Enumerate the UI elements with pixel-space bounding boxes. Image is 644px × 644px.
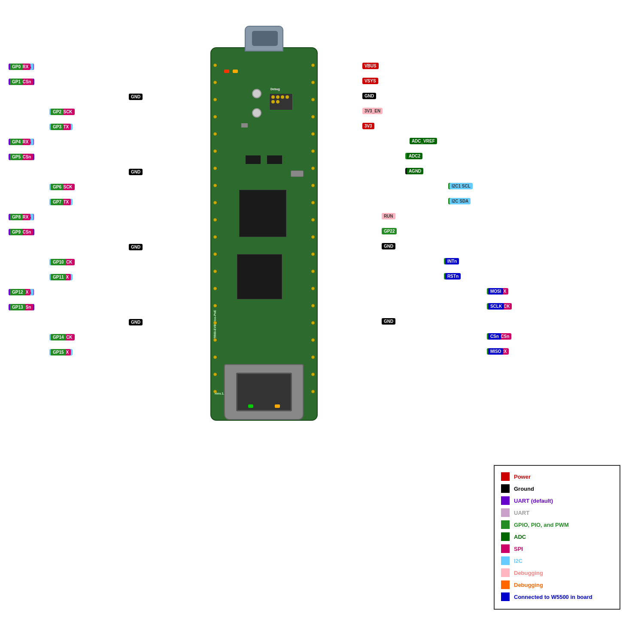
board-body: Debug W5500-EVB-Pico-PoE Rev.1.1 Made by… xyxy=(210,47,318,421)
legend-label-ground: Ground xyxy=(514,486,534,492)
pin25-w5500: MOSI xyxy=(488,288,504,295)
legend-label-adc: ADC xyxy=(514,534,526,540)
pin23-gnd: GND xyxy=(382,318,395,325)
legend-spi: SPI xyxy=(501,544,613,553)
legend-w5500: Connected to W5500 in board xyxy=(501,592,613,601)
pin20-gpio: GP15 xyxy=(51,349,66,355)
pin30-sysctrl: RUN xyxy=(382,213,395,219)
pin15-gpio: GP11 xyxy=(51,274,66,280)
pin6-gpio: GP4 xyxy=(10,139,23,145)
legend-label-w5500: Connected to W5500 in board xyxy=(514,594,592,600)
legend-ground: Ground xyxy=(501,484,613,493)
pin9-gpio: GP6 xyxy=(51,184,64,190)
pin29-gpio: GP22 xyxy=(382,228,397,234)
pin34-row: 34 GP28 ADC2 xyxy=(405,154,412,158)
pin29-row: 29 GP22 xyxy=(382,229,389,234)
pin38-row: 38 GND xyxy=(362,94,369,98)
legend-label-power: Power xyxy=(514,474,531,480)
pin32-i2c: I2C1 SCL xyxy=(450,183,473,189)
legend-label-uart: UART xyxy=(514,510,529,516)
legend-uart-default: UART (default) xyxy=(501,496,613,505)
pin23-row: 23 GND xyxy=(382,319,389,324)
legend-label-debug: Debugging xyxy=(514,582,543,588)
pin39-row: 39 VSYS xyxy=(362,79,369,83)
pin4-row: I2C1 SDA SPI0 SCK GP2 4 xyxy=(49,109,54,114)
pin30-row: 30 RUN xyxy=(382,214,389,219)
pin22-row: 22 GP17 SPI0 CSn CSn xyxy=(487,334,494,339)
pin19-gpio: GP14 xyxy=(51,334,66,340)
pin10-row: I2C1 SCL SPI0 TX GP7 10 xyxy=(49,199,56,204)
pin24-w5500: SCLK xyxy=(488,303,504,310)
pin12-gpio: GP9 xyxy=(10,229,23,235)
legend-color-w5500 xyxy=(501,592,510,601)
legend-label-uart-default: UART (default) xyxy=(514,498,553,504)
pin25-row: 25 GP19 SPI0 TX MOSI xyxy=(487,289,494,294)
pin16-row: UART0 TX I2C0 SDA SPI1 RX GP12 16 xyxy=(9,289,15,294)
pin6-row: UART1 TX I2C0 SDA SPI0 RX GP4 6 xyxy=(9,139,13,144)
pin40-row: 40 VBUS xyxy=(362,64,369,68)
pin13-row: GND 13 xyxy=(129,244,136,249)
pin21-w5500: MISO xyxy=(488,348,504,355)
pin20-row: I2C1 SCL SPI1 TX GP15 20 xyxy=(49,349,56,354)
pin33-agnd: AGND xyxy=(407,168,423,174)
legend-gpio: GPIO, PIO, and PWM xyxy=(501,520,613,529)
pin19-row: I2C1 SDA SPI1 SCK GP14 19 xyxy=(49,334,56,339)
pin18-row: GND 18 xyxy=(129,319,136,324)
pin-diagram: Debug W5500-EVB-Pico-PoE Rev.1.1 Made by… xyxy=(0,0,644,644)
legend-color-debug xyxy=(501,580,510,589)
legend-color-uart-default xyxy=(501,496,510,505)
pin8-gnd: GND xyxy=(129,169,143,175)
pin5-row: I2C1 SCL SPI0 TX GP3 5 xyxy=(49,124,54,129)
legend-box: Power Ground UART (default) UART GPIO, P… xyxy=(494,465,620,610)
pin27-w5500: INTn xyxy=(445,258,459,264)
pin9-row: I2C1 SDA SPI0 SCK GP6 9 xyxy=(49,184,54,189)
legend-i2c: I2C xyxy=(501,556,613,565)
pin2-row: UART0 RX I2C0 SCL SPI0 CSn GP1 2 xyxy=(9,79,13,84)
pin37-sysctrl: 3V3_EN xyxy=(362,108,383,114)
legend-color-uart xyxy=(501,508,510,517)
pin37-row: 37 3V3_EN xyxy=(362,109,369,113)
legend-label-gpio: GPIO, PIO, and PWM xyxy=(514,522,569,528)
pin31-i2c: I2C SDA xyxy=(450,198,471,204)
pin14-gpio: GP10 xyxy=(51,259,66,265)
legend-color-i2c xyxy=(501,556,510,565)
legend-adc: ADC xyxy=(501,532,613,541)
pin33-row: 33 GND AGND xyxy=(405,169,412,173)
pin7-gpio: GP5 xyxy=(10,154,23,160)
pin16-gpio: GP12 xyxy=(10,289,25,295)
pin27-row: 27 GP21 INTn xyxy=(444,259,451,264)
pin8-row: GND 8 xyxy=(129,169,134,174)
legend-color-power xyxy=(501,472,510,481)
pin10-gpio: GP7 xyxy=(51,199,64,205)
pin31-row: 31 GP26 ADC0 I2C SDA xyxy=(448,199,455,204)
pin1-gpio: GP0 xyxy=(10,64,23,70)
pin38-gnd: GND xyxy=(362,93,376,99)
pin11-gpio: GP8 xyxy=(10,214,23,220)
legend-color-adc xyxy=(501,532,510,541)
pin39-power: VSYS xyxy=(362,78,378,84)
pin14-row: I2C1 SDA SPI1 SCK GP10 14 xyxy=(49,259,56,264)
pin7-row: UART1 RX I2C0 SCL SPI0 CSn GP5 7 xyxy=(9,154,13,159)
pin40-power: VBUS xyxy=(362,63,379,69)
legend-color-sysctrl xyxy=(501,568,510,577)
pin24-row: 24 GP18 SPI0 SCK SCLK xyxy=(487,304,494,309)
pin13-gnd: GND xyxy=(129,244,143,250)
pin11-row: UART1 TX I2C0 SDA SPI1 RX GP8 11 xyxy=(9,214,15,219)
pin17-row: UART0 RX I2C0 SCL SPI1 CSn GP13 17 xyxy=(9,304,15,309)
pin3-gnd: GND xyxy=(129,94,143,100)
pin26-w5500: RSTn xyxy=(445,273,461,279)
pin2-gpio: GP1 xyxy=(10,79,23,85)
legend-color-gpio xyxy=(501,520,510,529)
legend-color-spi xyxy=(501,544,510,553)
pin21-row: 21 GP16 SPI0 RX MISO xyxy=(487,349,494,354)
pin35-row: 35 ADC_VREF xyxy=(410,139,416,143)
legend-label-sysctrl: Debugging xyxy=(514,570,543,576)
pin18-gnd: GND xyxy=(129,319,143,325)
pin28-row: 28 GND xyxy=(382,244,389,249)
legend-label-spi: SPI xyxy=(514,546,523,552)
pin12-row: UART1 RX I2C0 SCL SPI1 CSn GP9 12 xyxy=(9,229,15,234)
pin32-row: 32 GP27 ADC1 I2C1 SCL xyxy=(448,184,455,188)
legend-label-i2c: I2C xyxy=(514,558,522,564)
pin3-row: GND 3 xyxy=(129,94,134,99)
pin22-w5500: CSn xyxy=(488,333,501,340)
